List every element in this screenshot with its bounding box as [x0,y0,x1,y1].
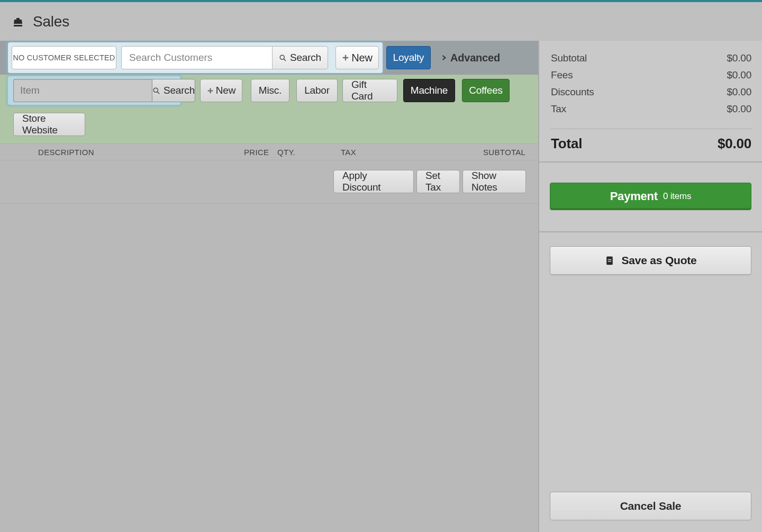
customer-search-group: Search [121,46,328,69]
new-customer-button[interactable]: New [335,46,379,69]
register-icon [12,15,24,28]
cancel-sale-button[interactable]: Cancel Sale [550,492,751,520]
svg-point-0 [280,55,284,59]
customer-search-button-label: Search [290,52,321,64]
misc-button-label: Misc. [259,85,282,96]
payment-button-label: Payment [610,190,658,203]
chevron-right-icon [441,53,447,62]
col-qty: Qty. [277,148,295,157]
total-value: $0.00 [718,136,751,152]
item-search-button[interactable]: Search [152,79,195,102]
item-toolbar: Search New Misc. Labor Gift Card Machine… [0,75,538,143]
set-tax-button[interactable]: Set Tax [416,170,460,193]
clipboard-icon [604,255,615,266]
new-customer-button-label: New [351,52,372,64]
no-customer-chip[interactable]: NO CUSTOMER SELECTED [12,46,116,69]
page-title: Sales [33,13,69,30]
payment-items-count: 0 items [663,191,691,202]
svg-point-4 [153,88,158,92]
apply-discount-button[interactable]: Apply Discount [333,170,414,193]
total-label: Total [551,136,582,152]
col-price: Price [244,148,269,157]
svg-rect-3 [343,57,349,58]
cancel-sale-label: Cancel Sale [620,500,682,512]
plus-icon [207,87,214,94]
totals-block: Subtotal$0.00 Fees$0.00 Discounts$0.00 T… [539,41,762,123]
store-website-button-label: Store Website [22,113,76,136]
discounts-value: $0.00 [727,86,751,98]
discounts-label: Discounts [551,86,594,98]
line-items-header: Description Price Qty. Tax Subtotal [0,143,538,160]
advanced-toggle-label: Advanced [450,52,500,64]
save-quote-label: Save as Quote [621,254,696,267]
coffees-button[interactable]: Coffees [462,79,510,102]
new-item-button[interactable]: New [200,79,242,102]
show-notes-label: Show Notes [471,170,517,193]
totals-sidebar: Subtotal$0.00 Fees$0.00 Discounts$0.00 T… [538,41,762,532]
item-search-input[interactable] [13,79,152,102]
svg-rect-7 [207,90,213,91]
line-actions-row: Apply Discount Set Tax Show Notes [0,160,538,204]
machine-button[interactable]: Machine [403,79,455,102]
misc-button[interactable]: Misc. [251,79,289,102]
gift-card-button[interactable]: Gift Card [342,79,397,102]
col-tax: Tax [341,148,356,157]
totals-divider [551,129,751,129]
labor-button[interactable]: Labor [296,79,338,102]
search-icon [279,54,287,62]
save-quote-button[interactable]: Save as Quote [550,246,751,275]
store-website-button[interactable]: Store Website [13,113,85,136]
page-header: Sales [0,2,762,41]
subtotal-label: Subtotal [551,52,587,64]
item-search-group: Search [13,79,178,102]
svg-line-5 [157,92,159,94]
fees-label: Fees [551,69,573,81]
payment-button[interactable]: Payment 0 items [550,183,751,210]
customer-toolbar: NO CUSTOMER SELECTED Search New Loyalty … [0,41,538,75]
customer-search-input[interactable] [121,46,272,69]
col-subtotal: Subtotal [483,148,525,157]
svg-line-1 [284,59,286,61]
fees-value: $0.00 [727,69,751,81]
loyalty-button[interactable]: Loyalty [386,46,431,69]
subtotal-value: $0.00 [727,52,751,64]
set-tax-label: Set Tax [425,170,451,193]
gift-card-button-label: Gift Card [351,79,388,102]
tax-value: $0.00 [727,103,751,115]
plus-icon [342,54,349,61]
svg-rect-9 [608,261,612,262]
svg-rect-8 [608,259,612,260]
machine-button-label: Machine [411,85,448,96]
item-search-button-label: Search [164,85,195,96]
col-description: Description [38,148,94,157]
tax-label: Tax [551,103,566,115]
labor-button-label: Labor [304,85,330,96]
coffees-button-label: Coffees [469,85,503,96]
apply-discount-label: Apply Discount [342,170,405,193]
customer-search-button[interactable]: Search [272,46,328,69]
line-items-empty-area [0,204,538,532]
show-notes-button[interactable]: Show Notes [462,170,526,193]
advanced-toggle[interactable]: Advanced [441,46,500,69]
search-icon [152,87,160,95]
new-item-button-label: New [216,85,235,96]
loyalty-button-label: Loyalty [393,52,424,64]
